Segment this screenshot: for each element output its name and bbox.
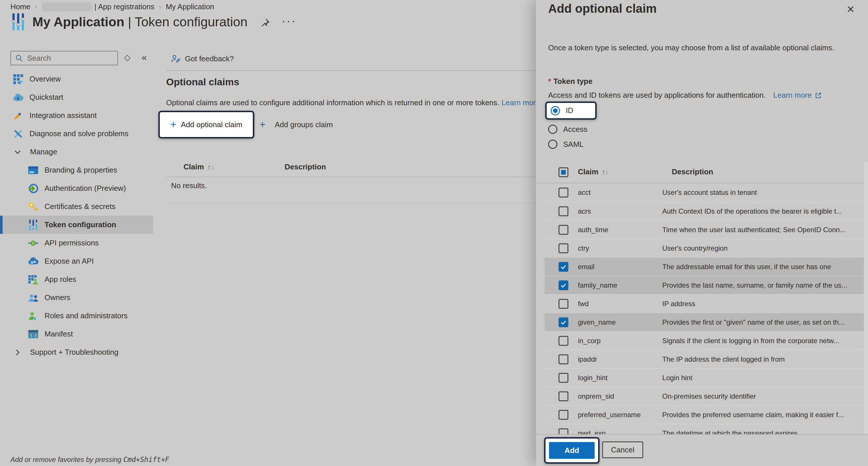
- claims-table-claim-header[interactable]: Claim ↑↓: [184, 161, 214, 172]
- sidebar-item-label: Support + Troubleshooting: [30, 348, 119, 357]
- breadcrumb-home[interactable]: Home: [10, 2, 30, 11]
- claim-row[interactable]: ipaddr The IP address the client logged …: [545, 350, 868, 368]
- sidebar-item[interactable]: Integration assistant: [0, 106, 153, 125]
- search-input[interactable]: Search: [10, 51, 118, 65]
- breadcrumb-app-registrations[interactable]: | App registrations: [42, 2, 155, 11]
- claim-name: given_name: [578, 318, 662, 326]
- claim-row[interactable]: auth_time Time when the user last authen…: [545, 220, 868, 239]
- sidebar-item[interactable]: API permissions: [0, 234, 153, 252]
- claim-checkbox[interactable]: [559, 187, 568, 198]
- token-type-label: *Token type: [548, 77, 592, 86]
- sidebar-item[interactable]: Roles and administrators: [0, 307, 153, 325]
- claim-row[interactable]: login_hint Login hint: [545, 368, 868, 387]
- section-heading: Optional claims: [166, 76, 239, 88]
- claims-table-description-header: Description: [285, 161, 326, 172]
- got-feedback-link[interactable]: Got feedback?: [170, 53, 234, 64]
- certificates-icon: [28, 201, 39, 212]
- claim-row[interactable]: pwd_exp The datetime at which the passwo…: [545, 424, 868, 434]
- claim-checkbox[interactable]: [559, 336, 568, 346]
- claim-checkbox[interactable]: [559, 317, 568, 327]
- diagnose-icon: [13, 128, 24, 139]
- sidebar-item[interactable]: Token configuration: [0, 216, 153, 234]
- token-type-radio[interactable]: SAML: [545, 137, 666, 152]
- expand-collapse-icon[interactable]: ◇: [124, 53, 131, 62]
- chevron-down-icon: [13, 148, 22, 156]
- scrollbar[interactable]: [864, 162, 868, 434]
- pin-icon[interactable]: [260, 18, 270, 28]
- claim-description: Provides the first or "given" name of th…: [662, 318, 868, 326]
- sidebar-item[interactable]: Expose an API: [0, 252, 153, 270]
- claim-checkbox[interactable]: [559, 281, 568, 290]
- claim-description: User's account status in tenant: [662, 188, 868, 197]
- sidebar-nav: Overview Quickstart Integration assistan…: [0, 70, 153, 361]
- claim-checkbox[interactable]: [559, 243, 568, 253]
- section-description: Optional claims are used to configure ad…: [166, 98, 540, 107]
- sidebar-item-label: Manage: [30, 147, 57, 156]
- breadcrumb: Home › | App registrations › My Applicat…: [10, 2, 214, 11]
- claim-checkbox[interactable]: [559, 299, 568, 309]
- token-type-radio[interactable]: Access: [545, 122, 666, 137]
- radio-label: SAML: [563, 140, 584, 149]
- add-optional-claim-button[interactable]: + Add optional claim: [158, 111, 254, 139]
- add-button-highlight: Add: [544, 437, 599, 464]
- claim-row[interactable]: in_corp Signals if the client is logging…: [545, 331, 868, 350]
- sidebar-item-label: Diagnose and solve problems: [29, 129, 129, 138]
- panel-claim-column-header[interactable]: Claim ↑↓: [578, 167, 609, 176]
- learn-more-link[interactable]: Learn more: [773, 91, 812, 100]
- claim-row[interactable]: preferred_username Provides the preferre…: [545, 405, 868, 424]
- claim-name: pwd_exp: [578, 429, 662, 434]
- sidebar-item[interactable]: Authentication (Preview): [0, 179, 153, 198]
- claim-checkbox[interactable]: [559, 429, 568, 434]
- claim-description: Login hint: [662, 374, 868, 382]
- claim-row[interactable]: family_name Provides the last name, surn…: [545, 276, 868, 294]
- token-type-radio[interactable]: ID: [545, 101, 597, 120]
- collapse-sidebar-icon[interactable]: «: [142, 52, 147, 63]
- claim-checkbox[interactable]: [559, 354, 568, 364]
- claim-row[interactable]: given_name Provides the first or "given"…: [545, 313, 868, 331]
- token-type-description: Access and ID tokens are used by applica…: [548, 91, 822, 100]
- add-groups-claim-button[interactable]: + Add groups claim: [259, 111, 333, 139]
- claim-row[interactable]: acct User's account status in tenant: [545, 183, 868, 202]
- sidebar-item[interactable]: Owners: [0, 289, 153, 307]
- sidebar-item-label: API permissions: [44, 238, 99, 247]
- claim-row[interactable]: ctry User's country/region: [545, 239, 868, 257]
- sidebar-item[interactable]: App roles: [0, 270, 153, 289]
- claim-checkbox[interactable]: [559, 206, 568, 216]
- claims-list: acct User's account status in tenant acr…: [536, 183, 868, 434]
- chevron-right-icon: ›: [159, 3, 161, 11]
- claim-row[interactable]: onprem_sid On-premises security identifi…: [545, 387, 868, 405]
- learn-more-link[interactable]: Learn more: [502, 98, 540, 107]
- claim-checkbox[interactable]: [559, 373, 568, 383]
- sidebar-item[interactable]: Diagnose and solve problems: [0, 125, 153, 143]
- claim-row[interactable]: acrs Auth Context IDs of the operations …: [545, 202, 868, 220]
- claim-checkbox[interactable]: [559, 410, 568, 420]
- svg-text:{ }: { }: [30, 333, 37, 338]
- radio-icon: [548, 125, 557, 134]
- cancel-button[interactable]: Cancel: [602, 441, 643, 458]
- select-all-checkbox[interactable]: [559, 167, 568, 177]
- sidebar-item[interactable]: Manage: [0, 143, 153, 161]
- sidebar-item[interactable]: Overview: [0, 70, 153, 88]
- more-options-icon[interactable]: ···: [282, 14, 297, 27]
- plus-icon: +: [170, 119, 176, 130]
- claim-name: preferred_username: [578, 411, 662, 419]
- claim-description: User's country/region: [662, 244, 868, 252]
- claim-name: family_name: [578, 281, 662, 289]
- claim-description: Auth Context IDs of the operations the b…: [662, 207, 868, 215]
- sidebar-item[interactable]: Support + Troubleshooting: [0, 343, 153, 361]
- sidebar-item[interactable]: { } Manifest: [0, 325, 153, 343]
- sidebar-item[interactable]: Certificates & secrets: [0, 198, 153, 216]
- sidebar-item-label: App roles: [44, 275, 76, 284]
- add-button[interactable]: Add: [549, 442, 595, 459]
- sidebar-item[interactable]: www Branding & properties: [0, 161, 153, 179]
- claim-checkbox[interactable]: [559, 391, 568, 401]
- claim-row[interactable]: fwd IP address: [545, 294, 868, 313]
- claim-name: auth_time: [578, 226, 662, 234]
- sidebar-item[interactable]: Quickstart: [0, 88, 153, 106]
- close-icon[interactable]: ✕: [847, 3, 855, 15]
- claim-checkbox[interactable]: [559, 262, 568, 272]
- claim-checkbox[interactable]: [559, 225, 568, 235]
- owners-icon: [28, 292, 39, 303]
- claim-row[interactable]: email The addressable email for this use…: [545, 257, 868, 276]
- claim-description: IP address: [662, 300, 868, 308]
